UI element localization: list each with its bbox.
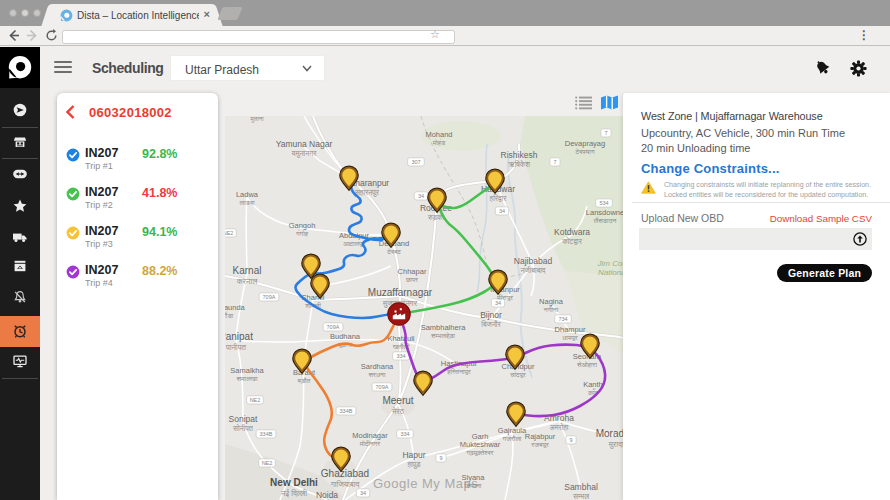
trip-row[interactable]: IN207Trip #241.8% <box>57 182 218 221</box>
change-constraints-link[interactable]: Change Constraints... <box>641 161 780 176</box>
truck-icon <box>12 229 28 245</box>
trip-row[interactable]: IN207Trip #394.1% <box>57 221 218 260</box>
trip-number: Trip #1 <box>85 161 113 171</box>
svg-text:Sambhal: Sambhal <box>564 482 598 492</box>
divider <box>632 202 890 203</box>
map-city-label: Noidaनोएडा <box>316 490 338 500</box>
list-view-icon[interactable] <box>575 96 592 110</box>
map-city-label: Sardhanaसरधना <box>361 362 394 378</box>
svg-text:सेओहारा: सेओहारा <box>576 361 598 368</box>
zone-title: West Zone | Mujaffarnagar Warehouse <box>641 110 886 122</box>
road-shield: 9 <box>436 454 446 462</box>
window-close-button[interactable] <box>9 9 17 17</box>
map-view-icon[interactable] <box>601 95 618 110</box>
sidebar-item-monitor-pulse[interactable] <box>0 346 40 376</box>
sidebar-item-truck[interactable] <box>0 222 40 252</box>
road-shield: 34 <box>356 489 369 497</box>
sidebar-item-storefront[interactable] <box>0 127 40 157</box>
map-city-label: Karnalकरनाल <box>233 265 262 286</box>
warehouse-marker[interactable] <box>388 303 410 325</box>
trip-row[interactable]: IN207Trip #488.2% <box>57 260 218 299</box>
download-sample-csv-link[interactable]: Download Sample CSV <box>770 213 872 224</box>
forward-icon[interactable] <box>26 29 39 42</box>
reload-icon[interactable] <box>45 29 58 42</box>
map-city-label: Mukteshwarगढ़मुक्तेश्वर <box>460 440 501 456</box>
map-city-label: Sambhalheraसम्भलहेड़ा <box>421 323 466 339</box>
sidebar-divider <box>2 158 38 159</box>
svg-text:Muzaffarnagar: Muzaffarnagar <box>368 287 433 298</box>
svg-text:बड़ौत: बड़ौत <box>297 377 311 384</box>
sidebar-item-swap-horizontal[interactable] <box>0 159 40 189</box>
svg-text:709A: 709A <box>263 294 276 300</box>
svg-text:मेरठ: मेरठ <box>391 406 404 416</box>
trip-row[interactable]: IN207Trip #192.8% <box>57 143 218 182</box>
svg-text:34: 34 <box>418 193 424 199</box>
bookmark-star-icon[interactable]: ☆ <box>430 28 440 41</box>
region-select[interactable]: Uttar Pradesh <box>170 55 325 81</box>
svg-text:NE2: NE2 <box>225 230 233 236</box>
notifications-bell-icon[interactable] <box>814 59 832 77</box>
back-icon[interactable] <box>7 29 20 42</box>
svg-text:सम्भल: सम्भल <box>572 492 589 500</box>
road-shield: 709A <box>259 293 279 301</box>
map-city-label: Samalkhaसमालखा <box>230 366 264 382</box>
sidebar-item-navigation-send[interactable] <box>0 95 40 125</box>
svg-text:Yamuna Nagar: Yamuna Nagar <box>276 139 333 149</box>
trip-percentage: 94.1% <box>142 225 177 239</box>
window-zoom-button[interactable] <box>33 9 41 17</box>
svg-text:गाजियाबाद: गाजियाबाद <box>330 480 360 489</box>
road-shield: 734 <box>555 315 572 323</box>
chevron-down-icon <box>302 65 312 72</box>
svg-text:गजरौला: गजरौला <box>502 435 522 442</box>
map-city-label: Khatauliखतौली <box>387 334 414 350</box>
warning-text: Changing constrainsts will initiate repl… <box>664 181 890 200</box>
back-chevron-icon[interactable] <box>65 105 75 119</box>
map-city-label: Chhaparछापर <box>398 267 427 283</box>
svg-text:नई दिल्ली: नई दिल्ली <box>280 489 307 498</box>
map-city-label: Panipatपानीपत <box>225 331 253 352</box>
road-shield: 334B <box>336 407 356 415</box>
road-shield: 334 <box>397 430 414 438</box>
svg-text:34: 34 <box>499 208 505 214</box>
svg-text:Ghaziabad: Ghaziabad <box>321 468 369 479</box>
settings-gear-icon[interactable] <box>850 60 867 77</box>
window-minimize-button[interactable] <box>21 9 29 17</box>
svg-text:709A: 709A <box>376 384 389 390</box>
svg-text:गंगोह: गंगोह <box>295 229 309 236</box>
map[interactable]: 30734347753473434NE2709A709A334709ANE233… <box>225 116 624 500</box>
browser-menu-icon[interactable]: ⋮ <box>858 28 870 42</box>
star-icon <box>12 198 28 214</box>
svg-text:अमरोहा: अमरोहा <box>549 422 568 432</box>
screen: Dista – Location Intelligence Pl × ☆ ⋮ S… <box>0 0 890 500</box>
upload-icon[interactable] <box>853 232 867 246</box>
stop-pin-gajraula[interactable] <box>508 403 524 424</box>
sidebar-item-inbox-upload[interactable] <box>0 251 40 281</box>
sidebar-item-star[interactable] <box>0 191 40 221</box>
sidebar-item-bell-off[interactable] <box>0 282 40 312</box>
svg-text:छापर: छापर <box>405 276 419 283</box>
browser-tabstrip: Dista – Location Intelligence Pl × <box>0 0 890 26</box>
svg-text:9: 9 <box>569 437 572 443</box>
map-city-label: Rajabpurरजबपुर <box>525 432 556 448</box>
svg-text:नजीबाबाद: नजीबाबाद <box>519 266 545 275</box>
upload-dropzone[interactable] <box>639 228 872 250</box>
hamburger-menu-icon[interactable] <box>54 61 72 74</box>
generate-plan-button[interactable]: Generate Plan <box>777 264 872 282</box>
tab-title: Dista – Location Intelligence Pl <box>77 10 199 21</box>
svg-text:Sonipat: Sonipat <box>229 414 258 424</box>
stop-pin-meerut[interactable] <box>415 372 431 393</box>
svg-text:NE2: NE2 <box>250 397 261 403</box>
sidebar-item-alarm-clock[interactable] <box>0 316 40 346</box>
svg-text:घरौंडा: घरौंडा <box>225 311 234 318</box>
map-city-label: Yamuna Nagarयमुनानगर <box>276 139 333 158</box>
svg-text:734: 734 <box>558 316 567 322</box>
address-bar[interactable] <box>62 30 455 44</box>
svg-text:Kotdwara: Kotdwara <box>554 227 590 237</box>
region-select-value: Uttar Pradesh <box>185 63 259 77</box>
tab-close-icon[interactable]: × <box>204 8 210 20</box>
svg-text:Karnal: Karnal <box>233 265 262 276</box>
svg-text:334B: 334B <box>260 431 273 437</box>
svg-text:कोटद्वार: कोटद्वार <box>561 236 582 246</box>
browser-tab[interactable]: Dista – Location Intelligence Pl × <box>52 4 212 26</box>
new-tab-button[interactable] <box>217 7 242 20</box>
